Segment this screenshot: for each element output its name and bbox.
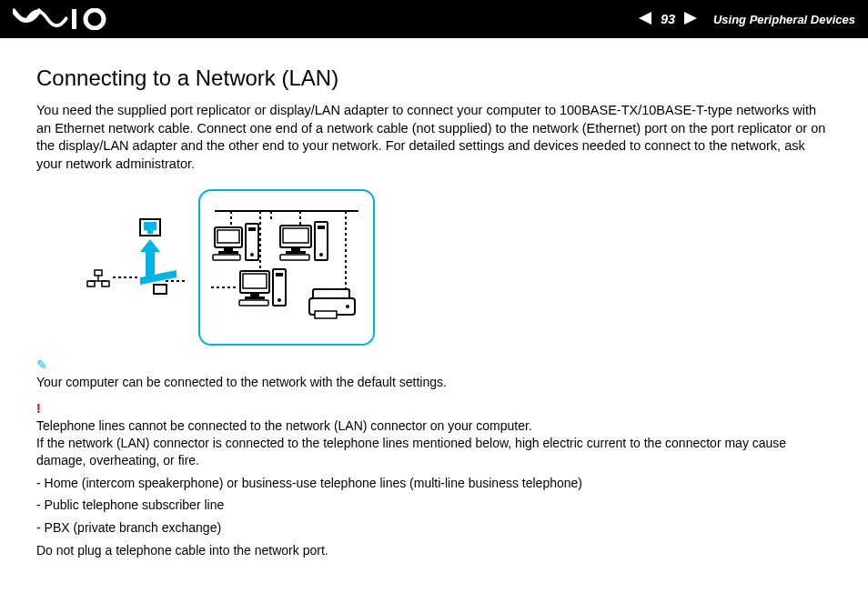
warning-bullets: - Home (intercom speakerphone) or busine… bbox=[36, 475, 832, 538]
page-number: 93 bbox=[661, 12, 675, 26]
network-box-illustration bbox=[198, 189, 375, 346]
svg-rect-44 bbox=[276, 273, 283, 276]
svg-rect-28 bbox=[248, 227, 256, 231]
svg-rect-40 bbox=[250, 293, 259, 296]
svg-rect-36 bbox=[318, 226, 325, 229]
svg-point-49 bbox=[346, 305, 349, 308]
warning-icon: ! bbox=[36, 401, 41, 416]
prev-page-button[interactable] bbox=[639, 12, 651, 27]
svg-point-1 bbox=[86, 10, 104, 28]
svg-marker-2 bbox=[639, 12, 651, 25]
svg-rect-6 bbox=[147, 230, 153, 234]
svg-rect-0 bbox=[72, 9, 76, 29]
svg-marker-3 bbox=[684, 12, 697, 25]
svg-rect-33 bbox=[286, 251, 306, 254]
svg-rect-11 bbox=[87, 281, 95, 286]
svg-rect-25 bbox=[218, 251, 238, 254]
svg-marker-7 bbox=[140, 239, 160, 277]
svg-rect-31 bbox=[283, 228, 308, 243]
svg-rect-32 bbox=[291, 247, 300, 251]
svg-rect-26 bbox=[213, 255, 240, 260]
header-nav: 93 Using Peripheral Devices bbox=[639, 12, 855, 27]
svg-point-37 bbox=[319, 253, 323, 256]
svg-point-45 bbox=[278, 298, 281, 302]
section-title: Using Peripheral Devices bbox=[713, 13, 855, 26]
next-page-button[interactable] bbox=[684, 12, 697, 27]
warning-line-2: If the network (LAN) connector is connec… bbox=[36, 436, 786, 467]
bullet-2: - Public telephone subscriber line bbox=[36, 497, 832, 514]
bullet-1: - Home (intercom speakerphone) or busine… bbox=[36, 475, 832, 492]
manual-page: 93 Using Peripheral Devices Connecting t… bbox=[0, 0, 868, 613]
svg-rect-42 bbox=[239, 300, 268, 306]
pencil-icon: ✎ bbox=[36, 357, 47, 372]
port-side-illustration bbox=[86, 217, 186, 317]
warning-line-1: Telephone lines cannot be connected to t… bbox=[36, 418, 532, 433]
svg-rect-48 bbox=[315, 311, 337, 318]
warning-block: ! Telephone lines cannot be connected to… bbox=[36, 400, 832, 469]
svg-rect-23 bbox=[217, 230, 239, 243]
header-bar: 93 Using Peripheral Devices bbox=[0, 0, 868, 38]
svg-rect-24 bbox=[224, 247, 233, 251]
svg-point-29 bbox=[250, 253, 254, 256]
vaio-logo bbox=[13, 8, 113, 30]
intro-text: You need the supplied port replicator or… bbox=[36, 102, 832, 173]
network-diagram bbox=[86, 189, 832, 346]
page-content: Connecting to a Network (LAN) You need t… bbox=[0, 38, 868, 559]
svg-rect-12 bbox=[102, 281, 109, 286]
svg-rect-8 bbox=[95, 270, 102, 276]
page-title: Connecting to a Network (LAN) bbox=[36, 65, 832, 91]
final-note: Do not plug a telephone cable into the n… bbox=[36, 542, 832, 559]
svg-rect-13 bbox=[154, 285, 167, 294]
svg-rect-39 bbox=[243, 274, 267, 288]
svg-rect-5 bbox=[144, 222, 156, 230]
bullet-3: - PBX (private branch exchange) bbox=[36, 519, 832, 537]
svg-rect-41 bbox=[245, 296, 265, 299]
tip-block: ✎ Your computer can be connected to the … bbox=[36, 357, 832, 391]
notes-section: ✎ Your computer can be connected to the … bbox=[36, 357, 832, 559]
tip-text: Your computer can be connected to the ne… bbox=[36, 375, 447, 389]
svg-rect-34 bbox=[280, 255, 309, 260]
